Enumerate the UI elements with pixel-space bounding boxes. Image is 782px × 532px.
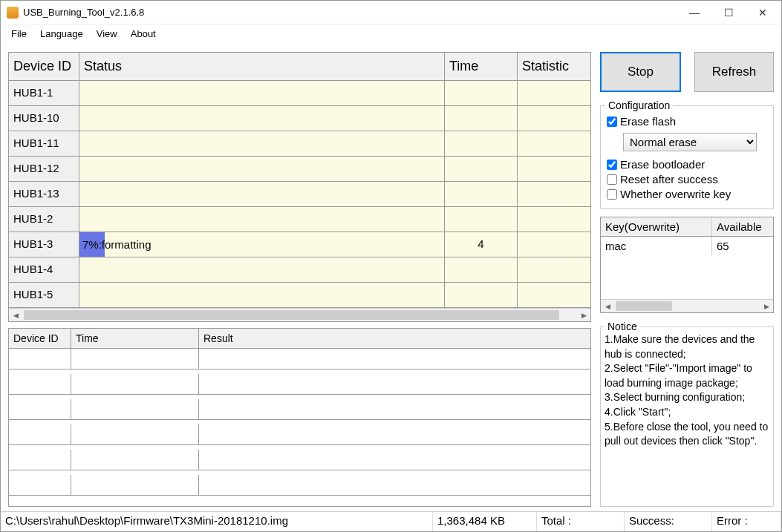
erase-bootloader-checkbox[interactable] bbox=[607, 160, 617, 170]
menubar: File Language View About bbox=[1, 24, 781, 43]
col-header-status[interactable]: Status bbox=[79, 53, 445, 81]
scroll-left-icon[interactable]: ◀ bbox=[9, 309, 22, 322]
scroll-right-icon[interactable]: ▶ bbox=[760, 300, 773, 313]
stat-cell bbox=[518, 232, 590, 257]
log-device-cell bbox=[9, 475, 71, 496]
scroll-left-icon[interactable]: ◀ bbox=[601, 300, 614, 313]
device-id-cell: HUB1-4 bbox=[9, 257, 79, 283]
minimize-button[interactable]: — bbox=[677, 1, 711, 24]
table-row[interactable] bbox=[9, 475, 590, 500]
window-title: USB_Burning_Tool_v2.1.6.8 bbox=[23, 7, 677, 18]
log-result-cell bbox=[199, 424, 590, 445]
status-cell bbox=[79, 257, 445, 283]
key-grid-hscroll[interactable]: ◀ ▶ bbox=[601, 299, 773, 312]
table-row[interactable]: mac65 bbox=[601, 237, 773, 255]
stat-cell bbox=[518, 106, 590, 131]
col-header-device[interactable]: Device ID bbox=[9, 53, 79, 81]
erase-flash-row[interactable]: Erase flash bbox=[607, 115, 767, 128]
key-available-cell: 65 bbox=[712, 237, 773, 255]
overwrite-key-label: Whether overwrite key bbox=[620, 188, 731, 200]
table-row[interactable] bbox=[9, 349, 590, 374]
log-grid: Device ID Time Result bbox=[8, 328, 591, 507]
key-grid: Key(Overwrite) Available mac65 ◀ ▶ bbox=[600, 217, 774, 313]
device-id-cell: HUB1-12 bbox=[9, 157, 79, 182]
table-row[interactable]: HUB1-37%:formatting4 bbox=[9, 232, 590, 257]
reset-after-success-checkbox[interactable] bbox=[607, 174, 617, 185]
erase-bootloader-row[interactable]: Erase bootloader bbox=[607, 158, 767, 171]
device-grid-hscroll[interactable]: ◀ ▶ bbox=[9, 308, 590, 321]
device-id-cell: HUB1-11 bbox=[9, 131, 79, 157]
status-path: C:\Users\rahul\Desktop\Firmware\TX3Mini-… bbox=[1, 512, 433, 531]
status-cell bbox=[79, 207, 445, 232]
menu-view[interactable]: View bbox=[91, 26, 123, 42]
log-device-cell bbox=[9, 450, 71, 470]
col-header-log-result[interactable]: Result bbox=[199, 329, 590, 349]
menu-language[interactable]: Language bbox=[34, 26, 89, 42]
scroll-right-icon[interactable]: ▶ bbox=[577, 309, 590, 322]
table-row[interactable]: HUB1-10 bbox=[9, 106, 590, 131]
log-device-cell bbox=[9, 424, 71, 445]
col-header-key[interactable]: Key(Overwrite) bbox=[601, 217, 712, 236]
stat-cell bbox=[518, 157, 590, 182]
col-header-log-time[interactable]: Time bbox=[71, 329, 199, 349]
key-name-cell: mac bbox=[601, 237, 712, 255]
table-row[interactable] bbox=[9, 424, 590, 450]
col-header-available[interactable]: Available bbox=[712, 217, 773, 236]
time-cell bbox=[445, 157, 518, 182]
configuration-title: Configuration bbox=[605, 99, 673, 111]
table-row[interactable] bbox=[9, 399, 590, 424]
status-total: Total : bbox=[537, 512, 625, 531]
device-id-cell: HUB1-10 bbox=[9, 106, 79, 131]
notice-panel: Notice 1.Make sure the devices and the h… bbox=[600, 321, 774, 507]
log-time-cell bbox=[71, 374, 199, 395]
device-id-cell: HUB1-3 bbox=[9, 232, 79, 257]
status-cell bbox=[79, 81, 445, 106]
app-icon bbox=[7, 7, 19, 19]
statusbar: C:\Users\rahul\Desktop\Firmware\TX3Mini-… bbox=[1, 511, 781, 531]
col-header-time[interactable]: Time bbox=[445, 53, 518, 81]
time-cell bbox=[445, 207, 518, 232]
stop-button[interactable]: Stop bbox=[600, 52, 681, 92]
device-id-cell: HUB1-2 bbox=[9, 207, 79, 232]
table-row[interactable]: HUB1-5 bbox=[9, 283, 590, 308]
overwrite-key-row[interactable]: Whether overwrite key bbox=[607, 188, 767, 200]
col-header-statistic[interactable]: Statistic bbox=[518, 53, 590, 81]
maximize-button[interactable]: ☐ bbox=[711, 1, 746, 24]
table-row[interactable]: HUB1-2 bbox=[9, 207, 590, 232]
log-device-cell bbox=[9, 349, 71, 370]
status-cell bbox=[79, 106, 445, 131]
log-time-cell bbox=[71, 475, 199, 496]
log-device-cell bbox=[9, 374, 71, 395]
col-header-log-device[interactable]: Device ID bbox=[9, 329, 71, 349]
status-cell: 7%:formatting bbox=[79, 232, 445, 257]
log-result-cell bbox=[199, 450, 590, 470]
stat-cell bbox=[518, 182, 590, 207]
table-row[interactable]: HUB1-13 bbox=[9, 182, 590, 207]
table-row[interactable]: HUB1-4 bbox=[9, 257, 590, 283]
erase-flash-label: Erase flash bbox=[620, 115, 676, 128]
status-cell bbox=[79, 157, 445, 182]
log-result-cell bbox=[199, 374, 590, 395]
table-row[interactable] bbox=[9, 450, 590, 475]
table-row[interactable]: HUB1-12 bbox=[9, 157, 590, 182]
erase-mode-select[interactable]: Normal erase bbox=[623, 133, 757, 151]
refresh-button[interactable]: Refresh bbox=[694, 52, 774, 92]
overwrite-key-checkbox[interactable] bbox=[607, 189, 617, 200]
window-controls: — ☐ ✕ bbox=[677, 1, 780, 24]
device-id-cell: HUB1-13 bbox=[9, 182, 79, 207]
log-result-cell bbox=[199, 399, 590, 420]
table-row[interactable]: HUB1-1 bbox=[9, 81, 590, 106]
device-grid: Device ID Status Time Statistic HUB1-1HU… bbox=[8, 52, 591, 322]
reset-after-success-row[interactable]: Reset after success bbox=[607, 173, 767, 185]
close-button[interactable]: ✕ bbox=[746, 1, 780, 24]
erase-flash-checkbox[interactable] bbox=[607, 116, 617, 127]
table-row[interactable] bbox=[9, 374, 590, 399]
table-row[interactable]: HUB1-11 bbox=[9, 131, 590, 157]
status-cell bbox=[79, 283, 445, 308]
status-error: Error : bbox=[712, 512, 781, 531]
stat-cell bbox=[518, 283, 590, 308]
menu-about[interactable]: About bbox=[125, 26, 162, 42]
status-cell bbox=[79, 182, 445, 207]
log-result-cell bbox=[199, 349, 590, 370]
menu-file[interactable]: File bbox=[5, 26, 33, 42]
